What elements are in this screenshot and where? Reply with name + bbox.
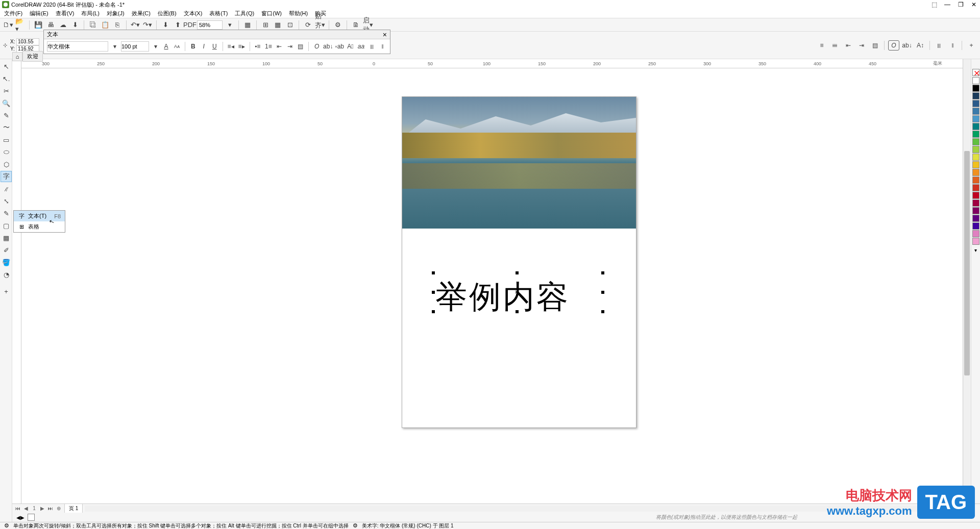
shape-tool[interactable]: ↖. <box>1 73 12 84</box>
nav-left-icon[interactable]: ◀ <box>16 515 20 520</box>
horizontal-scrollbar[interactable] <box>85 506 938 512</box>
selection-handle[interactable] <box>601 310 604 313</box>
color-swatch[interactable] <box>972 207 979 214</box>
menu-object[interactable]: 对象(J) <box>107 10 125 17</box>
rectangle-tool[interactable]: ▭ <box>1 134 12 145</box>
font-family-select[interactable] <box>47 41 108 52</box>
transparency-tool[interactable]: ▩ <box>1 232 12 243</box>
text-cols-icon[interactable]: ⦀ <box>947 40 958 51</box>
color-swatch[interactable] <box>972 146 979 153</box>
export2-icon[interactable]: ⬆ <box>173 20 183 30</box>
paste-icon[interactable]: 📋 <box>100 20 110 30</box>
color-swatch[interactable] <box>972 108 979 115</box>
cloud-icon[interactable]: ☁ <box>58 20 68 30</box>
text-tool[interactable]: 字 <box>1 171 12 182</box>
shadow-tool[interactable]: ▢ <box>1 220 12 231</box>
selection-handle[interactable] <box>432 291 435 294</box>
ab-arrow-icon[interactable]: ab↓ <box>323 41 333 52</box>
clipboard-icon[interactable]: ⎘ <box>112 20 122 30</box>
launch-doc-icon[interactable]: 🗎 <box>351 20 361 30</box>
new-icon[interactable]: 🗋▾ <box>3 20 13 30</box>
last-page-icon[interactable]: ⏭ <box>47 506 54 511</box>
number-icon[interactable]: 1≡ <box>264 41 273 52</box>
close-button[interactable]: ✕ <box>970 1 978 8</box>
placed-image[interactable] <box>402 97 636 229</box>
text-block-icon[interactable]: ▤ <box>296 41 305 52</box>
first-page-icon[interactable]: ⏮ <box>14 506 21 511</box>
parallel-tool[interactable]: ⫽ <box>1 183 12 194</box>
minimize-button[interactable]: — <box>943 1 951 8</box>
indent-left-icon[interactable]: ⇤ <box>275 41 283 52</box>
color-swatch[interactable] <box>972 138 979 145</box>
text-docker-header[interactable]: 文本 × <box>44 30 390 39</box>
gear-icon[interactable]: ⚙ <box>4 522 9 529</box>
font-size-select[interactable] <box>121 41 149 52</box>
small-caps-icon[interactable]: Aᴀ <box>173 41 181 52</box>
add-icon[interactable]: + <box>966 40 977 51</box>
color-swatch[interactable] <box>972 199 979 207</box>
canvas-viewport[interactable]: 举例内容 ✕ <box>21 68 963 527</box>
zoom-input[interactable] <box>197 20 223 30</box>
list-icon[interactable]: ≡ <box>816 40 827 51</box>
cols-icon[interactable]: ⦀ <box>378 41 387 52</box>
ab-icon[interactable]: ab↓ <box>901 40 913 51</box>
color-swatch[interactable] <box>972 85 979 92</box>
redo-icon[interactable]: ↷▾ <box>142 20 153 30</box>
align-right-icon[interactable]: ≡▸ <box>237 41 246 52</box>
text-lines-icon[interactable]: ⫼ <box>934 40 945 51</box>
italic-icon[interactable]: I <box>200 41 208 52</box>
grid-icon[interactable]: ⊞ <box>260 20 271 30</box>
export-icon[interactable]: ⬇ <box>70 20 80 30</box>
prev-page-icon[interactable]: ◀ <box>22 506 30 511</box>
menu-file[interactable]: 文件(F) <box>4 10 22 17</box>
print-icon[interactable]: 🖶 <box>45 20 56 30</box>
size-dropdown-icon[interactable]: ▾ <box>151 41 160 52</box>
close-icon[interactable]: × <box>383 31 387 39</box>
snap-button[interactable]: 贴齐(I)▾ <box>315 20 325 30</box>
selection-handle[interactable] <box>432 310 435 313</box>
next-page-icon[interactable]: ▶ <box>39 506 46 511</box>
menu-edit[interactable]: 编辑(E) <box>30 10 48 17</box>
menu-bitmaps[interactable]: 位图(B) <box>158 10 177 17</box>
selection-handle[interactable] <box>516 271 519 274</box>
menu-text[interactable]: 文本(X) <box>184 10 203 17</box>
fill-tool[interactable]: 🪣 <box>1 257 12 268</box>
menu-help[interactable]: 帮助(H) <box>289 10 308 17</box>
indent-icon[interactable]: ⇤ <box>843 40 854 51</box>
vert-text-icon[interactable]: ⫼ <box>368 41 376 52</box>
welcome-tab[interactable]: 欢迎 <box>22 51 43 62</box>
eyedropper-tool[interactable]: ✐ <box>1 244 12 256</box>
add-tool[interactable]: + <box>1 286 12 297</box>
numlist-icon[interactable]: ⩸ <box>829 40 841 51</box>
nav-right-icon[interactable]: ▶ <box>20 515 24 520</box>
launch-button[interactable]: 启动▾ <box>363 20 373 30</box>
color-swatch[interactable] <box>972 222 979 230</box>
flyout-table-tool[interactable]: ⊞ 表格 <box>14 221 65 232</box>
polygon-tool[interactable]: ⬡ <box>1 159 12 170</box>
undo-icon[interactable]: ↶▾ <box>130 20 140 30</box>
selection-handle[interactable] <box>516 310 519 313</box>
scrollbar-thumb[interactable] <box>964 151 970 375</box>
align-left-icon[interactable]: ≡◂ <box>227 41 235 52</box>
ab-box-icon[interactable]: ▫ab <box>335 41 344 52</box>
selection-handle[interactable] <box>601 271 604 274</box>
refresh-icon[interactable]: ⟳ <box>303 20 313 30</box>
menu-table[interactable]: 表格(T) <box>209 10 228 17</box>
ruler-icon[interactable]: ⊡ <box>285 20 295 30</box>
underline-a-icon[interactable]: A <box>162 41 170 52</box>
menu-tools[interactable]: 工具(Q) <box>235 10 254 17</box>
color-swatch[interactable] <box>972 238 979 245</box>
freehand-tool[interactable]: ✎ <box>1 110 12 121</box>
color-swatch[interactable] <box>972 169 979 176</box>
menu-window[interactable]: 窗口(W) <box>261 10 282 17</box>
home-icon[interactable]: ⌂ <box>12 52 22 61</box>
indent-right-icon[interactable]: ⇥ <box>285 41 294 52</box>
connector-tool[interactable]: ⤡ <box>1 195 12 207</box>
pdf-icon[interactable]: PDF <box>185 20 195 30</box>
font-a-icon[interactable]: A↕ <box>915 40 926 51</box>
bold-icon[interactable]: B <box>189 41 198 52</box>
selection-handle[interactable] <box>432 271 435 274</box>
dropper-tool[interactable]: ✎ <box>1 208 12 219</box>
x-input[interactable] <box>16 38 39 45</box>
color-swatch[interactable] <box>972 123 979 130</box>
